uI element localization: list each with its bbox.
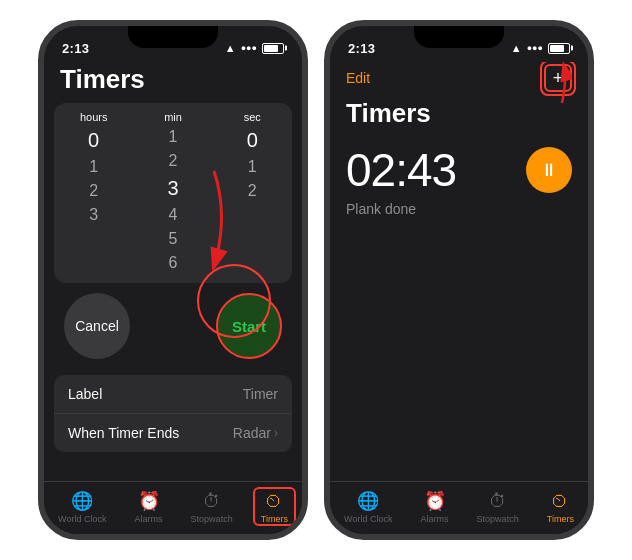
tab-timers[interactable]: ⏲ Timers (261, 491, 288, 524)
sec-val-1: 1 (248, 155, 257, 179)
timer-label: Plank done (330, 197, 588, 217)
right-phone-content: Edit + Timers 02:43 ⏸ Plank done (330, 62, 588, 481)
alarms-icon: ⏰ (138, 490, 160, 512)
min-label: min (164, 111, 182, 125)
alarms-icon-right: ⏰ (424, 490, 446, 512)
tab-bar: 🌐 World Clock ⏰ Alarms ⏱ Stopwatch ⏲ Tim… (44, 481, 302, 534)
when-timer-ends-label: When Timer Ends (68, 425, 179, 441)
add-btn-wrapper: + (544, 64, 572, 92)
world-clock-label: World Clock (58, 514, 106, 524)
signal-icon: ●●● (241, 43, 257, 53)
stopwatch-icon-right: ⏱ (489, 491, 507, 512)
hours-val-1: 1 (89, 155, 98, 179)
wifi-icon-right: ▲ (511, 42, 522, 54)
sec-val-selected: 0 (247, 125, 258, 155)
left-phone: 2:13 ▲ ●●● Timers hours 0 1 2 3 (38, 20, 308, 540)
stopwatch-icon: ⏱ (203, 491, 221, 512)
start-button[interactable]: Start (216, 293, 282, 359)
stopwatch-label: Stopwatch (191, 514, 233, 524)
hours-label: hours (80, 111, 108, 125)
status-icons-right: ▲ ●●● (511, 42, 570, 54)
tab-alarms-right[interactable]: ⏰ Alarms (421, 490, 449, 524)
tab-bar-right: 🌐 World Clock ⏰ Alarms ⏱ Stopwatch ⏲ Tim… (330, 481, 588, 534)
sec-values[interactable]: 0 1 2 (247, 125, 258, 203)
label-row[interactable]: Label Timer (54, 375, 292, 414)
timers-tab-highlight (253, 487, 296, 526)
left-phone-content: Timers hours 0 1 2 3 min 1 (44, 62, 302, 481)
timer-controls: Cancel Start (44, 283, 302, 369)
min-val-6: 6 (169, 251, 178, 275)
when-timer-ends-value: Radar › (233, 425, 278, 441)
page-title: Timers (44, 62, 302, 103)
min-values[interactable]: 1 2 3 4 5 6 (167, 125, 178, 275)
hours-col: hours 0 1 2 3 (54, 111, 133, 275)
battery-icon-right (548, 43, 570, 54)
tab-timers-right[interactable]: ⏲ Timers (547, 491, 574, 524)
chevron-icon: › (274, 426, 278, 440)
tab-alarms[interactable]: ⏰ Alarms (135, 490, 163, 524)
min-val-2: 2 (169, 149, 178, 173)
edit-button[interactable]: Edit (346, 70, 370, 86)
settings-list: Label Timer When Timer Ends Radar › (54, 375, 292, 452)
signal-icon-right: ●●● (527, 43, 543, 53)
tab-stopwatch-right[interactable]: ⏱ Stopwatch (477, 491, 519, 524)
nav-bar: Edit + (330, 62, 588, 98)
status-time: 2:13 (62, 41, 89, 56)
picker-labels-row: hours 0 1 2 3 min 1 2 3 4 (54, 109, 292, 277)
sec-col: sec 0 1 2 (213, 111, 292, 275)
start-btn-wrapper: Start (216, 293, 282, 359)
picker-container[interactable]: hours 0 1 2 3 min 1 2 3 4 (54, 103, 292, 283)
stopwatch-label-right: Stopwatch (477, 514, 519, 524)
alarms-label-right: Alarms (421, 514, 449, 524)
sec-val-2: 2 (248, 179, 257, 203)
tab-world-clock[interactable]: 🌐 World Clock (58, 490, 106, 524)
world-clock-label-right: World Clock (344, 514, 392, 524)
pause-icon: ⏸ (540, 160, 558, 181)
hours-val-2: 2 (89, 179, 98, 203)
hours-values[interactable]: 0 1 2 3 (88, 125, 99, 227)
label-field: Label (68, 386, 102, 402)
world-clock-icon-right: 🌐 (357, 490, 379, 512)
status-time-right: 2:13 (348, 41, 375, 56)
timer-display: 02:43 (346, 143, 456, 197)
hours-val-selected: 0 (88, 125, 99, 155)
status-icons: ▲ ●●● (225, 42, 284, 54)
sec-label: sec (244, 111, 261, 125)
min-val-4: 4 (169, 203, 178, 227)
timers-icon-right: ⏲ (551, 491, 569, 512)
min-val-5: 5 (169, 227, 178, 251)
hours-val-3: 3 (89, 203, 98, 227)
min-val-1: 1 (169, 125, 178, 149)
alarms-label: Alarms (135, 514, 163, 524)
wifi-icon: ▲ (225, 42, 236, 54)
when-timer-ends-row[interactable]: When Timer Ends Radar › (54, 414, 292, 452)
tab-stopwatch[interactable]: ⏱ Stopwatch (191, 491, 233, 524)
notch (128, 26, 218, 48)
pause-button[interactable]: ⏸ (526, 147, 572, 193)
battery-icon (262, 43, 284, 54)
min-col: min 1 2 3 4 5 6 (133, 111, 212, 275)
tab-world-clock-right[interactable]: 🌐 World Clock (344, 490, 392, 524)
notch-right (414, 26, 504, 48)
page-title-right: Timers (330, 98, 588, 137)
cancel-button[interactable]: Cancel (64, 293, 130, 359)
add-button[interactable]: + (544, 64, 572, 92)
min-val-selected: 3 (167, 173, 178, 203)
timers-label-right: Timers (547, 514, 574, 524)
timer-row: 02:43 ⏸ (330, 137, 588, 197)
add-icon: + (553, 69, 564, 87)
label-value: Timer (243, 386, 278, 402)
right-phone: 2:13 ▲ ●●● Edit + Timers 02:43 ⏸ (324, 20, 594, 540)
world-clock-icon: 🌐 (71, 490, 93, 512)
